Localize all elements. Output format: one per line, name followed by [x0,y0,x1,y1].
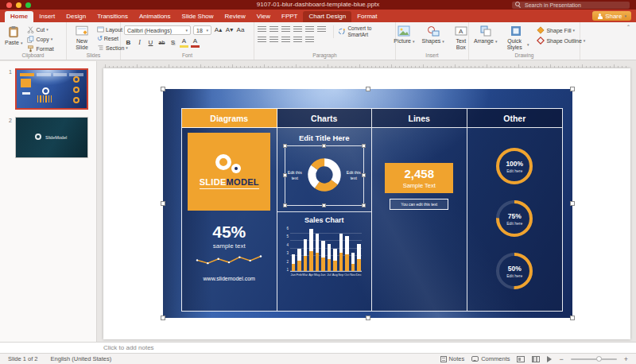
sales-chart-title[interactable]: Sales Chart [304,216,344,224]
quick-styles-button[interactable]: Quick Styles▾ [502,25,530,51]
copy-button[interactable]: Copy ▾ [27,36,53,43]
selection-handle[interactable] [570,201,575,206]
font-size-select[interactable]: 18▾ [193,25,211,35]
align-center-button[interactable] [270,37,278,43]
diagrams-column[interactable]: SLIDEMODEL 45% sample text www.slidemode… [182,128,277,311]
strikethrough-button[interactable]: ab [157,39,166,47]
dashboard-image[interactable]: Diagrams Charts Lines Other SLIDEMODEL 4… [163,89,572,318]
diagrams-footer-url[interactable]: www.slidemodel.com [204,276,255,281]
text-shadow-button[interactable]: S [169,39,177,47]
bold-button[interactable]: B [124,39,133,47]
selection-handle[interactable] [283,173,287,177]
bar-nov[interactable] [350,253,356,271]
align-left-button[interactable] [258,37,266,43]
column-header-lines[interactable]: Lines [372,109,467,128]
selection-handle[interactable] [161,316,165,320]
tab-transitions[interactable]: Transitions [91,11,134,22]
language-indicator[interactable]: English (United States) [51,355,112,362]
donut-right-label[interactable]: Edit this text [345,170,363,180]
selection-handle[interactable] [161,87,165,91]
zoom-window-button[interactable] [25,2,31,8]
decrease-indent-button[interactable] [281,26,290,33]
selection-handle[interactable] [283,144,287,148]
comments-toggle-button[interactable]: Comments [471,355,510,362]
share-button[interactable]: Share ▾ [592,11,631,21]
bar-oct[interactable] [344,236,351,271]
bullets-button[interactable] [258,26,266,33]
insert-shapes-button[interactable]: Shapes▾ [421,25,446,45]
justify-button[interactable] [293,37,302,43]
minimize-window-button[interactable] [16,2,21,8]
collapse-ribbon-button[interactable]: ˆ [621,22,636,60]
bar-feb[interactable] [297,249,303,271]
italic-button[interactable]: I [135,39,144,47]
bar-dec[interactable] [356,244,363,271]
format-painter-button[interactable]: Format [27,45,53,52]
selection-handle[interactable] [362,203,366,207]
tab-animations[interactable]: Animations [134,11,176,22]
bar-may[interactable] [314,234,320,271]
new-slide-button[interactable]: New Slide [70,25,94,51]
lines-column[interactable]: 2,458 Sample Text You can edit this text [372,128,467,311]
selection-handle[interactable] [161,201,165,206]
bar-jun[interactable] [320,241,327,271]
gauge-50[interactable]: 50%Edit here [494,250,535,292]
selection-handle[interactable] [366,316,370,320]
tab-view[interactable]: View [251,11,276,22]
gauge-75[interactable]: 75%Edit here [494,198,535,239]
zoom-slider[interactable] [571,358,617,360]
notes-pane[interactable]: Click to add notes [0,342,636,353]
cut-button[interactable]: Cut ▾ [27,26,53,33]
change-case-button[interactable]: Aa [236,26,245,34]
convert-to-smartart-button[interactable]: Convert to SmartArt [333,25,381,38]
selection-handle[interactable] [362,173,366,177]
other-column[interactable]: 100%Edit here75%Edit here50%Edit here [467,128,563,311]
tab-home[interactable]: Home [5,11,33,22]
slide-canvas[interactable]: Diagrams Charts Lines Other SLIDEMODEL 4… [103,68,630,339]
slidemodel-logo-box[interactable]: SLIDEMODEL [188,133,270,211]
sales-bar-chart[interactable]: 654321 JanFebMarAprMayJunJulAugSepOctNov… [286,227,362,277]
diagrams-stat[interactable]: 45% [212,223,246,242]
column-header-charts[interactable]: Charts [277,109,373,128]
column-header-diagrams[interactable]: Diagrams [182,109,277,128]
paste-button[interactable]: Paste▾ [3,25,24,46]
font-color-button[interactable]: A [191,37,200,48]
tab-design[interactable]: Design [60,11,91,22]
ruler[interactable] [103,61,630,68]
search-box[interactable]: Search in Presentation [512,2,630,9]
donut-selection[interactable]: Edit this text Edit this text [285,145,364,206]
align-right-button[interactable] [281,37,290,43]
shape-fill-button[interactable]: Shape Fill ▾ [537,26,585,34]
numbering-button[interactable] [270,26,278,33]
bar-aug[interactable] [332,249,339,271]
lines-stat-box[interactable]: 2,458 Sample Text [385,163,453,193]
tab-format[interactable]: Format [351,11,382,22]
bar-jul[interactable] [326,244,332,271]
tab-slide-show[interactable]: Slide Show [176,11,219,22]
column-header-other[interactable]: Other [467,109,563,128]
text-direction-button[interactable] [317,26,326,33]
charts-column[interactable]: Edit Title Here Edit this text Edit this… [277,128,373,311]
columns-button[interactable] [305,37,314,43]
selection-handle[interactable] [366,87,370,91]
selection-handle[interactable] [322,144,326,148]
zoom-slider-thumb[interactable] [596,356,602,362]
highlight-color-button[interactable]: A [180,37,188,48]
selection-handle[interactable] [570,316,575,320]
bar-jan[interactable] [290,254,297,271]
selection-handle[interactable] [283,203,287,207]
normal-view-button[interactable] [517,356,525,362]
font-name-select[interactable]: Calibri (Headings)▾ [124,25,191,35]
slide-thumbnail-1[interactable] [15,68,88,110]
donut-chart[interactable] [302,153,347,197]
dashboard-table[interactable]: Diagrams Charts Lines Other SLIDEMODEL 4… [181,108,563,312]
arrange-button[interactable]: Arrange▾ [472,25,498,45]
increase-indent-button[interactable] [293,26,302,33]
slide-thumbnail-2[interactable]: SlideModel [15,117,88,158]
shape-outline-button[interactable]: Shape Outline ▾ [537,37,585,45]
decrease-font-size-button[interactable]: A▾ [225,26,234,34]
diagrams-stat-caption[interactable]: sample text [213,242,246,250]
tab-fppt[interactable]: FPPT [276,11,303,22]
slide-sorter-view-button[interactable] [532,356,540,362]
donut-left-label[interactable]: Edit this text [286,170,304,180]
